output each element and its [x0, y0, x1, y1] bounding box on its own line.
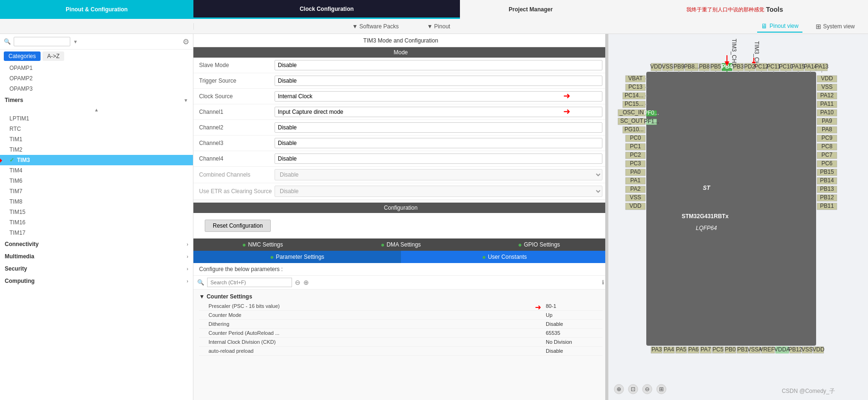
param-row-counter-mode: Counter Mode Up [199, 311, 602, 320]
svg-text:PC14...: PC14... [625, 92, 643, 99]
zoom-controls[interactable]: ⊕ [614, 384, 624, 394]
param-row-counter-period: Counter Period (AutoReload ... 65535 [199, 329, 602, 338]
reset-config-button[interactable]: Reset Configuration [205, 220, 271, 232]
slave-mode-select[interactable]: Disable [275, 60, 602, 70]
gear-icon[interactable]: ⚙ [183, 37, 189, 46]
system-view-icon: ⊞ [816, 23, 821, 30]
slave-mode-row: Slave Mode Disable [193, 58, 608, 73]
grid-control[interactable]: ⊞ [657, 384, 666, 394]
header-pinout[interactable]: Pinout & Configuration [0, 0, 193, 19]
svg-text:VDD: VDD [821, 75, 833, 82]
resize-handle[interactable] [605, 34, 608, 400]
svg-text:PB8...: PB8... [684, 63, 700, 70]
trigger-source-select[interactable]: Disable [275, 76, 602, 86]
channel3-select[interactable]: Disable [275, 138, 602, 148]
svg-text:PB0: PB0 [725, 346, 736, 353]
sidebar-item-tim8[interactable]: TIM8 [0, 196, 193, 207]
header-clock-label: Clock Configuration [300, 6, 354, 12]
svg-text:PB14: PB14 [820, 177, 834, 184]
dma-settings-tab[interactable]: ● DMA Settings [332, 238, 470, 251]
svg-text:PA9: PA9 [822, 118, 832, 124]
svg-text:⊖: ⊖ [645, 386, 650, 392]
sidebar-item-tim16[interactable]: TIM16 [0, 217, 193, 228]
sidebar-item-lptim1[interactable]: LPTIM1 [0, 113, 193, 124]
fit-control[interactable]: ⊡ [628, 384, 638, 394]
params-header: Configure the below parameters : [193, 263, 608, 276]
tab-categories[interactable]: Categories [4, 51, 41, 61]
scroll-up-icon[interactable]: ▲ [94, 107, 99, 112]
svg-text:PC2: PC2 [630, 152, 641, 158]
sidebar-item-tim2[interactable]: TIM2 [0, 145, 193, 155]
csdn-watermark: CSDN @Comedy_子 [782, 388, 835, 394]
system-view-btn[interactable]: ⊞ System view [812, 21, 859, 32]
tab-az[interactable]: A->Z [42, 51, 64, 61]
sidebar-item-tim3[interactable]: ✓ TIM3 [0, 155, 193, 165]
dma-dot: ● [381, 241, 384, 248]
header-tools-note: 我终于重了别人口中说的那种感觉 [686, 6, 764, 13]
param-row-ckd: Internal Clock Division (CKD) No Divisio… [199, 338, 602, 347]
param-row-auto-reload: auto-reload preload Disable [199, 347, 602, 356]
chip-body [646, 72, 816, 346]
trigger-source-row: Trigger Source Disable [193, 73, 608, 89]
chip-name-text: STM32G431RBTx [682, 213, 729, 220]
pinout-btn[interactable]: ▼ Pinout [427, 23, 450, 30]
svg-text:PA1: PA1 [630, 177, 641, 184]
collapse-all-icon[interactable]: ⊖ [295, 279, 300, 286]
multimedia-section[interactable]: Multimedia › [0, 250, 193, 263]
nmc-dot: ● [242, 241, 246, 248]
params-search-input[interactable] [207, 278, 292, 287]
sidebar-item-tim6[interactable]: TIM6 [0, 176, 193, 186]
security-section[interactable]: Security › [0, 263, 193, 275]
svg-text:PC15...: PC15... [625, 101, 643, 107]
parameter-settings-tab[interactable]: ● Parameter Settings [193, 251, 401, 263]
software-packs-btn[interactable]: ▼ Software Packs [352, 23, 399, 30]
expand-all-icon[interactable]: ⊕ [303, 279, 309, 286]
svg-text:PC13: PC13 [628, 84, 643, 90]
sidebar-item-tim17[interactable]: TIM17 [0, 228, 193, 238]
chip-diagram: TIM3_CH1 ST STM32G431RBTx LQFP64 [609, 34, 868, 400]
combined-channels-select: Disable [275, 169, 602, 180]
info-icon[interactable]: ℹ [602, 279, 604, 286]
prescaler-arrow: ➜ [535, 303, 541, 312]
svg-text:PB8: PB8 [699, 63, 710, 70]
gpio-settings-tab[interactable]: ● GPIO Settings [470, 238, 608, 251]
sidebar-item-tim15[interactable]: TIM15 [0, 207, 193, 217]
clock-source-select[interactable]: Internal Clock [275, 91, 602, 102]
channel1-arrow: ➜ [563, 106, 570, 117]
svg-text:PD2: PD2 [744, 63, 755, 70]
search-input[interactable] [14, 37, 70, 46]
svg-text:PC1: PC1 [630, 143, 641, 150]
svg-text:PC3: PC3 [630, 160, 641, 167]
counter-settings-title[interactable]: ▼ Counter Settings [199, 291, 602, 302]
config-tabs-row1: ● NMC Settings ● DMA Settings ● GPIO Set… [193, 238, 608, 251]
svg-text:⊞: ⊞ [659, 386, 664, 392]
sidebar-item-tim1[interactable]: TIM1 [0, 134, 193, 145]
channel4-row: Channel4 Disable [193, 151, 608, 167]
svg-text:VSS: VSS [801, 346, 813, 353]
zoom-out-control[interactable]: ⊖ [643, 384, 652, 394]
timers-section[interactable]: Timers ▼ [0, 94, 193, 106]
header-project[interactable]: Project Manager [460, 0, 601, 19]
svg-text:VDD: VDD [629, 203, 642, 209]
sidebar-item-opamp3[interactable]: OPAMP3 [0, 84, 193, 94]
header-clock[interactable]: Clock Configuration [193, 0, 460, 19]
channel1-select[interactable]: Input Capture direct mode [275, 107, 602, 117]
config-tabs-row2: ● Parameter Settings ● User Constants [193, 251, 608, 263]
sidebar-item-opamp2[interactable]: OPAMP2 [0, 73, 193, 84]
subheader-center: ▼ Software Packs ▼ Pinout [193, 23, 609, 30]
computing-section[interactable]: Computing › [0, 275, 193, 287]
dropdown-icon[interactable]: ▼ [73, 39, 78, 44]
connectivity-section[interactable]: Connectivity › [0, 238, 193, 250]
nmc-settings-tab[interactable]: ● NMC Settings [193, 238, 332, 251]
sidebar-item-rtc[interactable]: RTC [0, 124, 193, 134]
sidebar-item-tim7[interactable]: TIM7 [0, 186, 193, 196]
svg-text:SC_OUT: SC_OUT [620, 118, 643, 124]
sidebar-item-opamp1[interactable]: OPAMP1 [0, 63, 193, 73]
channel2-row: Channel2 Disable [193, 120, 608, 136]
pinout-view-btn[interactable]: 🖥 Pinout view [757, 20, 802, 33]
svg-text:VDDA: VDDA [774, 346, 790, 353]
user-constants-tab[interactable]: ● User Constants [401, 251, 609, 263]
channel2-select[interactable]: Disable [275, 122, 602, 133]
sidebar-item-tim4[interactable]: TIM4 [0, 165, 193, 176]
channel4-select[interactable]: Disable [275, 153, 602, 164]
